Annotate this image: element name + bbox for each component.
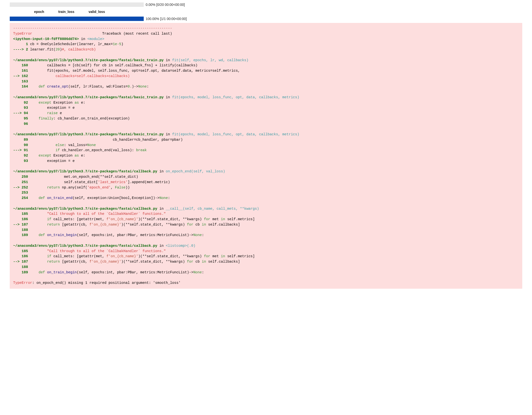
col-train-loss: train_loss — [58, 10, 74, 14]
error-final-name: TypeError — [13, 281, 32, 285]
progress-text-2: 100.00% [1/1 00:00<00:00] — [146, 17, 187, 21]
metrics-table-header: epoch train_loss valid_loss — [10, 9, 522, 17]
col-valid-loss: valid_loss — [88, 10, 105, 14]
module-tag: <module> — [87, 37, 104, 41]
traceback-separator: ----------------------------------------… — [13, 26, 172, 30]
error-final-message: : on_epoch_end() missing 1 required posi… — [32, 281, 180, 285]
frame-path: ~/anaconda3/envs/py37/lib/python3.7/site… — [13, 132, 164, 136]
progress-row-1: 0.00% [0/20 00:00<00:00] — [10, 2, 522, 7]
frame-path: ~/anaconda3/envs/py37/lib/python3.7/site… — [13, 207, 157, 211]
input-location: <ipython-input-10-fdff8886dd74> — [13, 37, 79, 41]
jupyter-output: 0.00% [0/20 00:00<00:00] epoch train_los… — [0, 0, 532, 289]
frame-path: ~/anaconda3/envs/py37/lib/python3.7/site… — [13, 95, 164, 99]
progress-section: 0.00% [0/20 00:00<00:00] epoch train_los… — [0, 0, 532, 21]
frame-path: ~/anaconda3/envs/py37/lib/python3.7/site… — [13, 169, 157, 173]
traceback: ----------------------------------------… — [10, 23, 522, 289]
traceback-label: Traceback (most recent call last) — [102, 32, 172, 36]
progress-bar-empty — [10, 2, 144, 7]
error-name: TypeError — [13, 32, 32, 36]
col-epoch: epoch — [34, 10, 44, 14]
progress-bar-full — [10, 17, 144, 21]
frame-path: ~/anaconda3/envs/py37/lib/python3.7/site… — [13, 58, 164, 62]
progress-row-2: 100.00% [1/1 00:00<00:00] — [10, 17, 522, 21]
current-frame-arrow: ----> 2 — [13, 48, 28, 51]
progress-text-1: 0.00% [0/20 00:00<00:00] — [146, 3, 185, 7]
frame-path: ~/anaconda3/envs/py37/lib/python3.7/site… — [13, 244, 157, 248]
frame-signature: fit(self, epochs, lr, wd, callbacks) — [172, 58, 248, 62]
